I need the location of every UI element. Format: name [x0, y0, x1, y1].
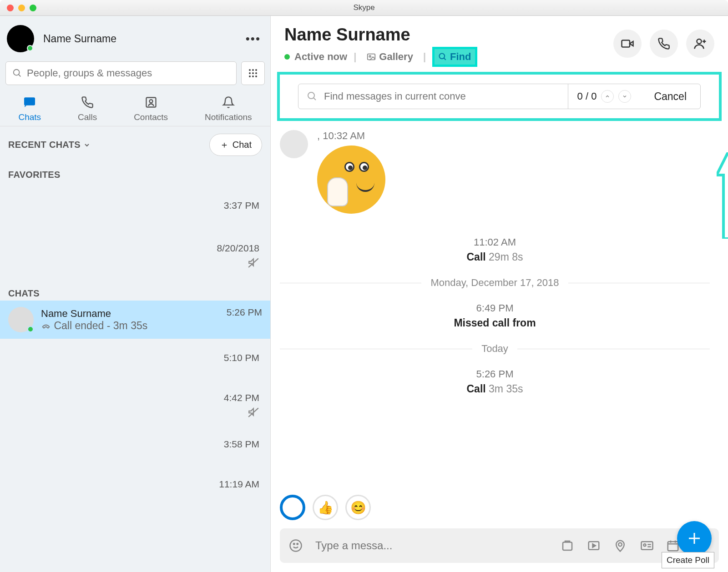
video-call-button[interactable] [613, 30, 642, 58]
chat-title: Name Surname [284, 25, 477, 45]
svg-point-17 [369, 55, 371, 57]
video-icon [621, 37, 634, 50]
svg-point-6 [252, 72, 254, 74]
svg-rect-30 [563, 542, 572, 551]
window-title: Skype [0, 3, 728, 12]
gallery-link[interactable]: Gallery [363, 49, 417, 65]
close-window-button[interactable] [7, 5, 14, 11]
svg-point-33 [618, 543, 622, 547]
smile-reaction[interactable]: 😊 [345, 495, 371, 520]
tab-chats[interactable]: Chats [18, 95, 41, 122]
add-person-icon [693, 37, 707, 50]
sidebar: Name Surname ••• Chats Calls [0, 16, 271, 572]
chat-name: Name Surname [41, 308, 219, 320]
message-input[interactable] [315, 539, 551, 552]
svg-line-26 [313, 98, 316, 100]
fab-tooltip: Create Poll [662, 552, 714, 568]
nav-tabs: Chats Calls Contacts Notifications [0, 90, 270, 126]
chat-preview: Call ended - 3m 35s [41, 320, 219, 332]
find-link[interactable]: Find [432, 47, 477, 67]
video-message-icon [587, 539, 601, 552]
dialpad-button[interactable] [241, 61, 265, 85]
date-separator: Monday, December 17, 2018 [280, 277, 710, 289]
attach-file-button[interactable] [561, 539, 578, 552]
find-prev-button[interactable] [601, 90, 614, 103]
main-panel: Name Surname Active now | Gallery | Find [271, 16, 728, 572]
message-list[interactable]: , 10:32 AM 11:02 AM Call 29m 8s Monday, … [271, 121, 728, 491]
svg-point-5 [249, 72, 251, 74]
message-composer [280, 528, 719, 563]
more-icon[interactable]: ••• [246, 32, 261, 46]
plus-icon: ＋ [220, 139, 229, 151]
chat-list-item-selected[interactable]: Name Surname Call ended - 3m 35s 5:26 PM [0, 301, 270, 339]
tab-notifications-label: Notifications [205, 112, 252, 122]
contact-card-icon [640, 539, 654, 552]
svg-point-22 [697, 39, 702, 44]
find-next-button[interactable] [618, 90, 631, 103]
call-event: 11:02 AM Call 29m 8s [280, 236, 710, 263]
find-cancel-button[interactable]: Cancel [640, 84, 700, 109]
search-box[interactable] [5, 61, 237, 85]
svg-point-10 [255, 75, 257, 77]
audio-call-button[interactable] [650, 30, 678, 58]
find-count: 0 / 0 [577, 90, 597, 102]
contacts-icon [145, 95, 157, 110]
search-icon [307, 91, 318, 102]
tab-notifications[interactable]: Notifications [205, 95, 252, 122]
fab-button[interactable] [677, 521, 712, 556]
profile-row: Name Surname ••• [0, 16, 270, 57]
read-receipt-icon[interactable] [280, 495, 305, 520]
list-item[interactable]: 11:19 AM [0, 454, 270, 494]
video-message-button[interactable] [587, 539, 604, 552]
search-input[interactable] [27, 67, 230, 79]
chevron-up-icon [605, 94, 610, 99]
svg-point-25 [308, 92, 314, 99]
tab-calls[interactable]: Calls [78, 95, 97, 122]
date-separator: Today [280, 343, 710, 355]
list-item[interactable]: 3:58 PM [0, 425, 270, 454]
list-item[interactable]: 4:42 PM [0, 368, 270, 425]
message-timestamp: , 10:32 AM [317, 130, 385, 142]
mute-icon [11, 406, 259, 421]
add-participant-button[interactable] [686, 30, 714, 58]
wave-sticker-icon[interactable] [317, 146, 385, 214]
contact-avatar [8, 307, 34, 332]
svg-rect-34 [642, 542, 653, 550]
svg-point-29 [297, 543, 298, 545]
chat-icon [22, 95, 37, 110]
svg-point-9 [252, 75, 254, 77]
svg-point-13 [149, 100, 152, 103]
emoji-button[interactable] [289, 539, 306, 552]
call-ended-icon [41, 321, 51, 331]
recent-chats-header[interactable]: RECENT CHATS [8, 140, 91, 150]
chat-status: Active now [294, 51, 347, 63]
location-button[interactable] [613, 539, 631, 552]
self-avatar[interactable] [7, 25, 34, 52]
contact-card-button[interactable] [640, 539, 657, 552]
call-event: 5:26 PM Call 3m 35s [280, 368, 710, 395]
svg-point-7 [255, 72, 257, 74]
list-item[interactable]: 5:10 PM [0, 339, 270, 368]
find-input[interactable] [324, 90, 560, 102]
maximize-window-button[interactable] [30, 5, 36, 11]
svg-rect-36 [668, 542, 678, 551]
plus-icon [686, 530, 703, 547]
svg-point-28 [293, 543, 295, 545]
tab-contacts-label: Contacts [134, 112, 168, 122]
favorites-header: FAVORITES [8, 170, 61, 180]
minimize-window-button[interactable] [18, 5, 25, 11]
search-icon [438, 52, 447, 61]
gallery-icon [366, 52, 376, 62]
find-bar-highlight: 0 / 0 Cancel [277, 72, 722, 121]
tab-contacts[interactable]: Contacts [134, 95, 168, 122]
list-item[interactable]: 3:37 PM [0, 182, 270, 216]
contact-avatar[interactable] [280, 130, 308, 158]
svg-point-3 [252, 69, 254, 71]
self-name[interactable]: Name Surname [43, 33, 116, 45]
svg-rect-20 [622, 40, 630, 47]
list-item[interactable]: 8/20/2018 [0, 216, 270, 276]
svg-point-18 [440, 54, 445, 59]
read-reactions: 👍 😊 [271, 495, 728, 520]
new-chat-button[interactable]: ＋ Chat [209, 134, 262, 156]
thumbs-up-reaction[interactable]: 👍 [313, 495, 338, 520]
